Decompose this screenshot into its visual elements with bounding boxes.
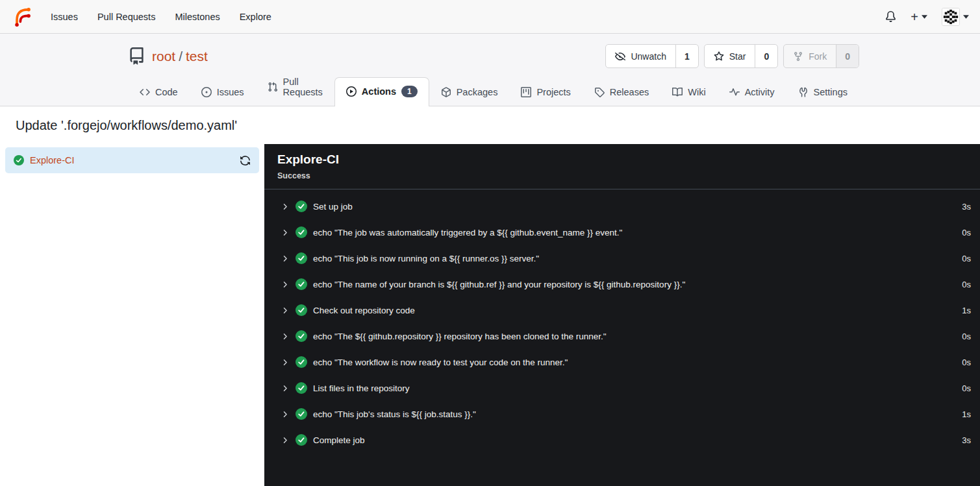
check-circle-success-icon xyxy=(14,155,24,165)
step-name: Check out repository code xyxy=(313,306,415,315)
step-name: echo "The job was automatically triggere… xyxy=(313,228,622,237)
step-duration: 0s xyxy=(962,280,971,289)
step-row[interactable]: List files in the repository 0s xyxy=(264,375,980,401)
chevron-right-icon[interactable] xyxy=(281,436,290,444)
chevron-right-icon[interactable] xyxy=(281,306,290,315)
check-circle-success-icon xyxy=(295,408,307,420)
fork-icon xyxy=(793,51,803,62)
step-row[interactable]: echo "The workflow is now ready to test … xyxy=(264,349,980,375)
navbar-right-cluster: + xyxy=(885,8,969,26)
tab-issues[interactable]: Issues xyxy=(190,79,256,106)
check-circle-success-icon xyxy=(295,382,307,394)
code-icon xyxy=(140,87,150,97)
step-name: echo "This job's status is ${{ job.statu… xyxy=(313,409,476,419)
chevron-right-icon[interactable] xyxy=(281,280,290,289)
fork-button-group: Fork 0 xyxy=(783,44,859,68)
repo-tab-bar: Code Issues Pull Requests Actions 1 Pack… xyxy=(128,77,980,106)
check-circle-success-icon xyxy=(295,330,307,342)
fork-button: Fork xyxy=(784,45,836,67)
tab-projects[interactable]: Projects xyxy=(509,79,582,106)
check-circle-success-icon xyxy=(295,304,307,316)
top-navbar: Issues Pull Requests Milestones Explore … xyxy=(0,0,980,34)
create-new-dropdown[interactable]: + xyxy=(911,10,927,23)
step-row[interactable]: echo "The job was automatically triggere… xyxy=(264,219,980,245)
check-circle-success-icon xyxy=(295,252,307,264)
job-status-text: Success xyxy=(277,171,967,180)
chevron-down-icon xyxy=(963,15,969,19)
step-name: List files in the repository xyxy=(313,383,410,393)
chevron-right-icon[interactable] xyxy=(281,410,290,419)
unwatch-button-group: Unwatch 1 xyxy=(605,44,698,68)
step-row[interactable]: echo "This job is now running on a ${{ r… xyxy=(264,245,980,271)
repo-action-buttons: Unwatch 1 Star 0 Fork 0 xyxy=(605,44,859,68)
chevron-right-icon[interactable] xyxy=(281,358,290,367)
tab-packages[interactable]: Packages xyxy=(429,79,510,106)
check-circle-success-icon xyxy=(295,278,307,290)
tools-icon xyxy=(798,87,809,97)
chevron-down-icon xyxy=(922,15,927,19)
refresh-icon[interactable] xyxy=(240,155,251,166)
unwatch-button[interactable]: Unwatch xyxy=(606,45,675,67)
chevron-right-icon[interactable] xyxy=(281,202,290,211)
nav-item-pull-requests[interactable]: Pull Requests xyxy=(88,0,165,34)
step-duration: 3s xyxy=(962,435,971,445)
repo-name-link[interactable]: test xyxy=(186,49,208,64)
tag-icon xyxy=(594,87,605,97)
tab-code[interactable]: Code xyxy=(128,79,190,106)
job-name-link[interactable]: Explore-CI xyxy=(30,155,75,165)
step-duration: 0s xyxy=(962,332,971,341)
step-name: echo "The ${{ github.repository }} repos… xyxy=(313,332,607,341)
check-circle-success-icon xyxy=(295,226,307,238)
plus-icon: + xyxy=(911,10,918,23)
chevron-right-icon[interactable] xyxy=(281,332,290,341)
star-button[interactable]: Star xyxy=(705,45,755,67)
watchers-count[interactable]: 1 xyxy=(675,45,698,67)
check-circle-success-icon xyxy=(295,200,307,212)
repo-breadcrumb: root/test xyxy=(152,49,208,64)
check-circle-success-icon xyxy=(295,356,307,368)
nav-item-explore[interactable]: Explore xyxy=(230,0,281,34)
user-menu-dropdown[interactable] xyxy=(942,8,969,26)
play-circle-icon xyxy=(346,86,357,97)
step-duration: 1s xyxy=(962,306,971,315)
tab-settings[interactable]: Settings xyxy=(786,79,859,106)
step-name: echo "This job is now running on a ${{ r… xyxy=(313,254,539,263)
step-row[interactable]: Check out repository code 1s xyxy=(264,297,980,323)
star-button-group: Star 0 xyxy=(704,44,778,68)
tab-pull-requests[interactable]: Pull Requests xyxy=(256,68,334,106)
tab-wiki[interactable]: Wiki xyxy=(660,79,717,106)
tab-releases[interactable]: Releases xyxy=(583,79,660,106)
jobs-sidebar: Explore-CI xyxy=(0,144,264,486)
step-row[interactable]: echo "The ${{ github.repository }} repos… xyxy=(264,323,980,349)
project-board-icon xyxy=(521,87,531,97)
step-duration: 0s xyxy=(962,358,971,367)
step-name: echo "The name of your branch is ${{ git… xyxy=(313,280,685,289)
nav-item-milestones[interactable]: Milestones xyxy=(165,0,229,34)
actions-count-badge: 1 xyxy=(401,86,418,97)
step-row[interactable]: Set up job 3s xyxy=(264,193,980,219)
workflow-run-title: Update '.forgejo/workflows/demo.yaml' xyxy=(0,106,980,144)
chevron-right-icon[interactable] xyxy=(281,384,290,393)
step-duration: 0s xyxy=(962,254,971,263)
chevron-right-icon[interactable] xyxy=(281,254,290,263)
step-row[interactable]: echo "This job's status is ${{ job.statu… xyxy=(264,401,980,427)
notifications-bell-icon[interactable] xyxy=(885,11,896,22)
job-title: Explore-CI xyxy=(277,152,967,167)
step-duration: 0s xyxy=(962,228,971,237)
chevron-right-icon[interactable] xyxy=(281,228,290,237)
avatar xyxy=(942,8,960,26)
step-row[interactable]: echo "The name of your branch is ${{ git… xyxy=(264,271,980,297)
repo-owner-link[interactable]: root xyxy=(152,49,175,64)
step-duration: 1s xyxy=(962,409,971,419)
step-duration: 3s xyxy=(962,202,971,212)
job-list-item-explore-ci[interactable]: Explore-CI xyxy=(5,147,259,173)
forgejo-logo-icon[interactable] xyxy=(11,6,33,28)
tab-actions[interactable]: Actions 1 xyxy=(334,77,429,106)
step-row[interactable]: Complete job 3s xyxy=(264,427,980,453)
nav-item-issues[interactable]: Issues xyxy=(41,0,88,34)
tab-activity[interactable]: Activity xyxy=(718,79,786,106)
step-name: Complete job xyxy=(313,435,365,445)
eye-closed-icon xyxy=(615,51,625,62)
step-duration: 0s xyxy=(962,383,971,393)
stars-count[interactable]: 0 xyxy=(755,45,777,67)
